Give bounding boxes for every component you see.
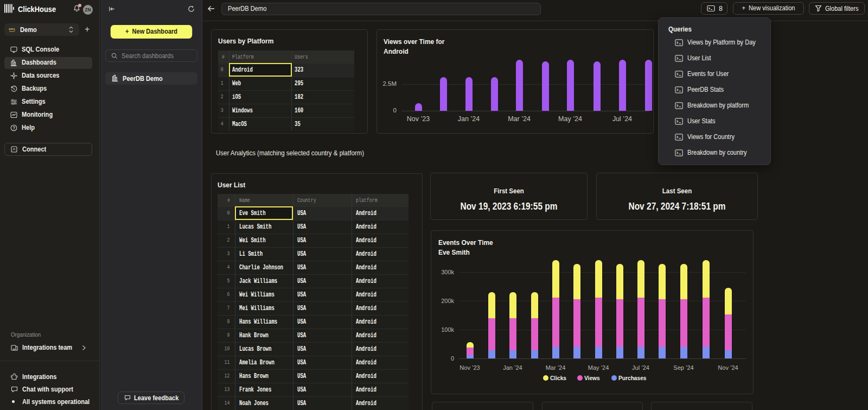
svg-text:aws: aws — [9, 27, 15, 30]
